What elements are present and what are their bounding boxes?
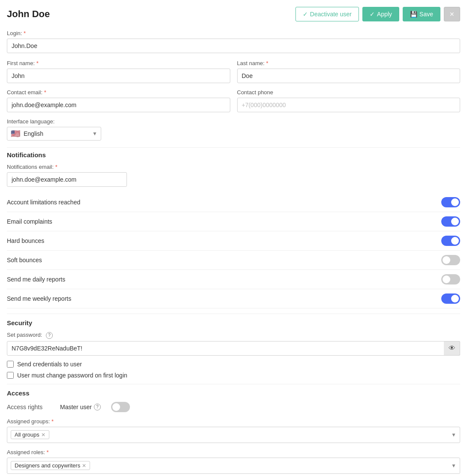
send-credentials-row: Send credentials to user	[7, 361, 460, 368]
assigned-roles-input[interactable]: Designers and copywriters ✕ ▼	[7, 458, 460, 474]
groups-chevron-icon: ▼	[451, 432, 456, 438]
assigned-groups-label: Assigned groups: *	[7, 418, 460, 425]
account-limitations-toggle[interactable]	[441, 197, 460, 207]
lastname-label: Last name: *	[237, 60, 461, 66]
interface-language-section: Interface language: 🇺🇸 English ▼	[7, 118, 460, 141]
password-label: Set password: ?	[7, 332, 460, 339]
contact-email-input[interactable]	[7, 98, 230, 112]
password-help-icon[interactable]: ?	[46, 332, 53, 339]
password-input[interactable]	[7, 341, 460, 356]
check-icon: ✓	[303, 11, 308, 18]
notif-row-email-complaints: Email complaints	[7, 212, 460, 231]
master-user-toggle[interactable]	[111, 402, 130, 412]
flag-icon: 🇺🇸	[11, 129, 20, 138]
lastname-input[interactable]	[237, 69, 461, 83]
master-user-help-icon[interactable]: ?	[94, 404, 101, 410]
page-header: John Doe ✓ Deactivate user ✓ Apply 💾 Sav…	[7, 7, 460, 21]
contact-phone-label: Contact phone	[237, 89, 461, 96]
notif-row-hard-bounces: Hard bounces	[7, 231, 460, 251]
login-label: Login: *	[7, 30, 460, 36]
login-input[interactable]	[7, 39, 460, 53]
roles-chevron-icon: ▼	[451, 463, 456, 469]
close-button[interactable]: ✕	[444, 7, 460, 21]
weekly-reports-toggle[interactable]	[441, 293, 460, 304]
assigned-roles-section: Assigned roles: * Designers and copywrit…	[7, 449, 460, 474]
password-wrap: 👁	[7, 341, 460, 356]
language-select-wrap[interactable]: 🇺🇸 English ▼	[7, 127, 101, 141]
must-change-password-row: User must change password on first login	[7, 372, 460, 379]
all-groups-tag: All groups ✕	[11, 430, 49, 439]
notifications-section-title: Notifications	[7, 151, 460, 159]
email-col: Contact email: *	[7, 89, 230, 112]
notifications-email-col: Notifications email: *	[7, 164, 127, 187]
password-section: Set password: ? 👁	[7, 332, 460, 356]
assigned-groups-section: Assigned groups: * All groups ✕ ▼	[7, 418, 460, 443]
notif-row-daily-reports: Send me daily reports	[7, 270, 460, 289]
check-icon-apply: ✓	[370, 11, 375, 18]
interface-language-label: Interface language:	[7, 118, 460, 125]
page-title: John Doe	[7, 9, 50, 20]
access-rights-label: Access rights	[7, 404, 50, 410]
must-change-password-checkbox[interactable]	[7, 372, 14, 379]
header-buttons: ✓ Deactivate user ✓ Apply 💾 Save ✕	[295, 7, 460, 21]
notifications-list: Account limitations reached Email compla…	[7, 193, 460, 308]
password-visibility-toggle[interactable]: 👁	[444, 341, 460, 356]
lastname-col: Last name: *	[237, 60, 461, 83]
assigned-groups-input[interactable]: All groups ✕ ▼	[7, 427, 460, 443]
notifications-email-label: Notifications email: *	[7, 164, 127, 170]
security-section-title: Security	[7, 319, 460, 326]
hard-bounces-toggle[interactable]	[441, 236, 460, 246]
phone-col: Contact phone	[237, 89, 461, 112]
send-credentials-label[interactable]: Send credentials to user	[17, 361, 82, 368]
contact-email-label: Contact email: *	[7, 89, 230, 96]
save-icon: 💾	[410, 11, 417, 18]
must-change-password-label[interactable]: User must change password on first login	[17, 372, 127, 379]
save-button[interactable]: 💾 Save	[403, 7, 440, 21]
email-complaints-toggle[interactable]	[441, 216, 460, 227]
notif-row-account-limitations: Account limitations reached	[7, 193, 460, 212]
access-section-title: Access	[7, 389, 460, 397]
notif-row-soft-bounces: Soft bounces	[7, 251, 460, 270]
all-groups-tag-remove[interactable]: ✕	[41, 432, 45, 438]
deactivate-user-button[interactable]: ✓ Deactivate user	[295, 7, 359, 21]
login-section: Login: *	[7, 30, 460, 53]
eye-slash-icon: 👁	[449, 344, 455, 352]
apply-button[interactable]: ✓ Apply	[362, 7, 399, 21]
notif-row-weekly-reports: Send me weekly reports	[7, 289, 460, 308]
name-row: First name: * Last name: *	[7, 60, 460, 83]
contact-phone-input[interactable]	[237, 98, 461, 112]
daily-reports-toggle[interactable]	[441, 274, 460, 284]
firstname-label: First name: *	[7, 60, 230, 66]
close-icon: ✕	[449, 11, 455, 18]
firstname-input[interactable]	[7, 69, 230, 83]
contact-row: Contact email: * Contact phone	[7, 89, 460, 112]
notifications-email-row: Notifications email: *	[7, 164, 460, 187]
assigned-roles-label: Assigned roles: *	[7, 449, 460, 455]
designers-copywriters-tag: Designers and copywriters ✕	[11, 461, 90, 470]
notifications-email-input[interactable]	[7, 172, 127, 187]
designers-copywriters-tag-remove[interactable]: ✕	[82, 463, 86, 469]
master-user-label: Master user ?	[60, 404, 101, 410]
firstname-col: First name: *	[7, 60, 230, 83]
language-select[interactable]: English	[24, 127, 101, 140]
send-credentials-checkbox[interactable]	[7, 361, 14, 368]
access-rights-row: Access rights Master user ?	[7, 402, 460, 412]
soft-bounces-toggle[interactable]	[441, 255, 460, 265]
